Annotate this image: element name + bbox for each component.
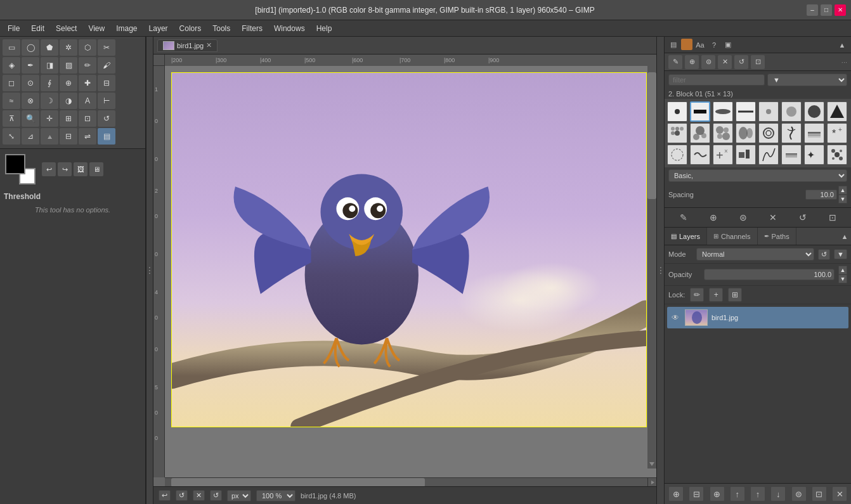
menu-colors[interactable]: Colors [174,23,207,34]
brush-cell-selected[interactable] [690,101,710,122]
layers-mode-selector[interactable]: Normal [696,248,814,261]
move-tool[interactable]: ✛ [41,110,58,127]
spacing-decrement[interactable]: ▼ [838,195,847,204]
perspective-clone-tool[interactable]: ⊟ [98,75,115,91]
brush-action-edit[interactable]: ✎ [676,210,691,225]
lock-pixels-btn[interactable]: ✏ [690,288,704,302]
brush-mode-selector[interactable]: Basic, [668,169,847,182]
menu-tools[interactable]: Tools [207,23,235,34]
image-icon[interactable]: 🖼 [74,162,88,176]
color-picker-tool[interactable]: ⊼ [3,110,20,127]
panel-fonts-icon[interactable]: Aa [694,39,706,51]
brush-cell[interactable] [781,123,802,143]
anchor-layer-btn[interactable]: ⊜ [791,486,807,501]
pencil-tool[interactable]: ✏ [79,57,96,74]
flatten-image-btn[interactable]: ⊡ [812,486,827,501]
brush-cell[interactable] [667,145,687,165]
dots-menu[interactable]: ··· [841,58,847,66]
brush-save-icon[interactable]: ⊡ [751,55,765,69]
paintbrush-tool[interactable]: 🖌 [98,57,115,74]
brush-action-save[interactable]: ⊡ [825,210,840,225]
delete-layer-btn[interactable]: ✕ [832,486,847,501]
brush-action-delete[interactable]: ✕ [765,210,781,225]
brush-add-icon[interactable]: ⊕ [685,55,699,69]
brush-cell[interactable] [804,123,824,143]
color-swatches[interactable] [5,154,36,184]
scroll-arrow-right[interactable] [647,478,656,487]
layer-down-btn[interactable]: ↓ [770,486,786,501]
brush-cell[interactable] [667,123,687,143]
perspective-tool[interactable]: ⟁ [41,128,58,145]
opacity-increment[interactable]: ▲ [838,266,847,275]
brush-delete-icon[interactable]: ✕ [718,55,732,69]
brush-action-copy[interactable]: ⊕ [706,210,721,225]
brush-cell[interactable] [758,145,779,165]
crop-tool[interactable]: ⊡ [79,110,96,127]
heal-tool[interactable]: ✚ [79,75,96,91]
layer-visibility-toggle[interactable]: 👁 [670,312,681,323]
smudge-tool[interactable]: ≈ [3,93,20,109]
screen-icon[interactable]: 🖥 [89,162,103,176]
left-panel-collapse[interactable]: ··· [146,37,153,504]
close-button[interactable]: ✕ [835,4,846,16]
menu-image[interactable]: Image [111,23,142,34]
menu-view[interactable]: View [83,23,110,34]
brush-cell[interactable] [690,123,710,143]
menu-file[interactable]: File [3,23,25,34]
layers-mode-refresh[interactable]: ↺ [818,249,830,260]
threshold-tool[interactable]: ▤ [98,128,115,145]
brush-cell[interactable] [736,145,756,165]
fg-color-swatch[interactable] [5,154,25,174]
eraser-tool[interactable]: ◻ [3,75,20,91]
unit-selector[interactable]: px [227,490,251,501]
brush-cell[interactable] [736,101,756,122]
brush-cell[interactable] [781,145,802,165]
flip-tool[interactable]: ⇌ [79,128,96,145]
brush-cell[interactable] [667,101,687,122]
h-scrollbar[interactable] [165,477,656,486]
zoom-tool[interactable]: 🔍 [22,110,39,127]
channels-tab[interactable]: ⊞ Channels [707,228,757,245]
new-layer-btn[interactable]: ⊕ [668,486,684,501]
h-scrollbar-thumb[interactable] [171,478,425,487]
canvas-tab[interactable]: bird1.jpg ✕ [157,39,218,52]
brush-cell[interactable] [736,123,756,143]
convolve-tool[interactable]: ⊗ [22,93,39,109]
zoom-selector[interactable]: 100 % [256,490,296,501]
panel-display-icon[interactable]: ▣ [722,39,734,51]
scissors-select-tool[interactable]: ✂ [98,39,115,56]
paths-tab[interactable]: ✒ Paths [758,228,796,245]
brush-cell[interactable] [804,101,824,122]
canvas-scroll-area[interactable] [165,66,656,477]
gradient-tool[interactable]: ▨ [60,57,77,74]
fuzzy-select-tool[interactable]: ✲ [60,39,77,56]
merge-layer-btn[interactable]: ↑ [730,486,745,501]
minimize-button[interactable]: – [807,4,818,16]
spacing-increment[interactable]: ▲ [838,186,847,195]
text-tool[interactable]: A [79,93,96,109]
status-undo-btn[interactable]: ↩ [159,490,171,501]
panel-maximize-icon[interactable]: ▲ [836,39,848,51]
brush-filter-input[interactable] [668,74,765,86]
desaturate-tool[interactable]: ◑ [60,93,77,109]
brush-cell[interactable] [781,101,802,122]
align-tool[interactable]: ⊞ [60,110,77,127]
brush-action-reset[interactable]: ↺ [795,210,810,225]
maximize-button[interactable]: □ [821,4,832,16]
brush-cell[interactable] [827,101,847,122]
status-refresh-btn[interactable]: ↺ [210,490,222,501]
new-layer-group-btn[interactable]: ⊟ [689,486,704,501]
lock-position-btn[interactable]: + [709,288,723,302]
layers-opacity-input[interactable] [704,269,835,280]
brush-cell[interactable]: + × [713,145,733,165]
v-scrollbar[interactable] [647,66,656,468]
scale-tool[interactable]: ⤡ [3,128,20,145]
clone-tool[interactable]: ⊕ [60,75,77,91]
brush-refresh-icon[interactable]: ↺ [734,55,748,69]
paths-tool[interactable]: ✒ [22,57,39,74]
layer-up-btn[interactable]: ↑ [750,486,765,501]
menu-windows[interactable]: Windows [269,23,310,34]
rect-select-tool[interactable]: ▭ [3,39,20,56]
fg-select-tool[interactable]: ◈ [3,57,20,74]
shear-tool[interactable]: ⊿ [22,128,39,145]
